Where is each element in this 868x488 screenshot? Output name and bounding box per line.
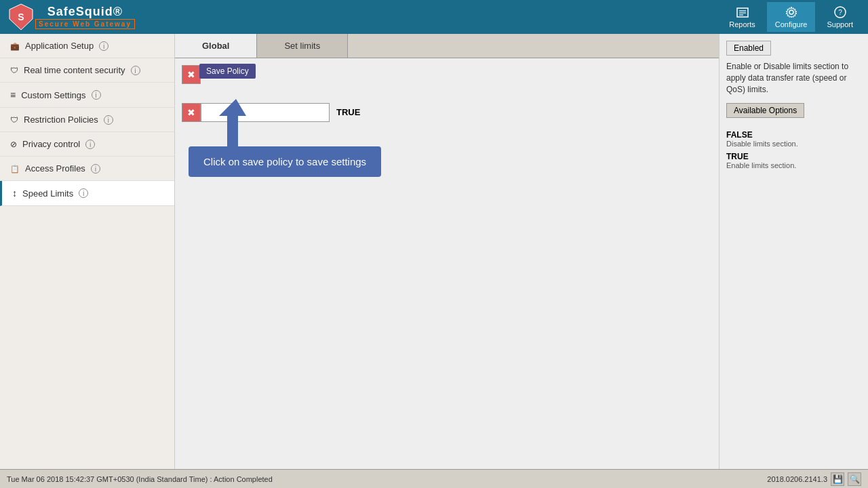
support-label: Support [827,20,853,28]
configure-nav-button[interactable]: Configure [767,2,816,32]
svg-text:S: S [18,12,24,22]
header: S SafeSquid® Secure Web Gateway Reports … [0,0,868,34]
status-text: Tue Mar 06 2018 15:42:37 GMT+0530 (India… [7,475,273,483]
second-toolbar-row: ✖ TRUE [182,103,712,122]
sidebar-item-label: Application Setup [25,41,94,51]
configure-label: Configure [775,20,808,28]
option-false-value: FALSE [726,130,861,140]
tabs: Global Set limits [175,34,719,58]
main-panel: ✔ Save Policy ✖ ✖ TRUE Click on save pol… [175,58,719,469]
cancel-policy-button[interactable]: ✖ [182,103,201,122]
save-status-icon[interactable]: 💾 [831,472,844,486]
sidebar: Application Setup i Real time content se… [0,34,175,469]
search-status-icon[interactable]: 🔍 [848,472,861,486]
support-icon: ? [833,5,847,19]
right-panel: Enabled Enable or Disable limits section… [719,34,868,469]
status-right: 2018.0206.2141.3 💾 🔍 [767,472,861,486]
reports-nav-button[interactable]: Reports [721,2,764,32]
shield-icon [10,115,18,125]
speed-icon [12,188,17,199]
option-false-desc: Disable limits section. [726,140,861,148]
callout-box: Click on save policy to save settings [189,146,381,177]
info-icon: i [131,66,140,75]
enabled-button[interactable]: Enabled [726,41,771,56]
info-icon: i [92,90,101,100]
sidebar-item-application-setup[interactable]: Application Setup i [0,34,174,58]
reports-label: Reports [729,20,755,28]
info-icon: i [99,41,108,51]
sidebar-item-restriction-policies[interactable]: Restriction Policies i [0,108,174,132]
available-options-button[interactable]: Available Options [726,103,804,118]
nav-icons: Reports Configure ? Support [721,2,861,32]
info-icon: i [91,164,100,174]
svg-text:?: ? [838,9,842,16]
content-area: Global Set limits ✔ Save Policy ✖ ✖ TRUE [175,34,719,469]
version-text: 2018.0206.2141.3 [767,475,827,483]
configure-icon [785,5,798,19]
sidebar-item-speed-limits[interactable]: Speed Limits i [0,181,174,206]
logo-area: S SafeSquid® Secure Web Gateway [7,3,135,31]
option-true-desc: Enable limits section. [726,161,861,169]
option-true-value: TRUE [726,152,861,161]
sidebar-item-label: Speed Limits [22,188,73,199]
sidebar-item-label: Privacy control [22,139,80,149]
tab-global[interactable]: Global [175,34,257,58]
sidebar-item-label: Restriction Policies [24,115,98,125]
status-bar: Tue Mar 06 2018 15:42:37 GMT+0530 (India… [0,469,868,488]
svg-marker-9 [219,99,246,150]
info-icon: i [85,140,95,149]
main-layout: Application Setup i Real time content se… [0,34,868,469]
svg-point-6 [789,10,793,14]
settings-icon [10,89,16,100]
access-icon [10,163,20,174]
tab-set-limits[interactable]: Set limits [257,34,348,58]
sidebar-item-label: Access Profiles [25,163,85,174]
toolbar: ✔ Save Policy ✖ [182,65,712,84]
value-display: TRUE [336,103,360,122]
logo-text: SafeSquid® Secure Web Gateway [35,5,135,29]
sidebar-item-privacy-control[interactable]: Privacy control i [0,132,174,157]
shield-icon [10,65,18,75]
save-tooltip: Save Policy [199,64,256,79]
cancel-button[interactable]: ✖ [182,65,201,84]
options-list: FALSE Disable limits section. TRUE Enabl… [726,130,861,169]
briefcase-icon [10,41,20,51]
logo-shield-icon: S [7,3,35,31]
sidebar-item-label: Real time content security [24,65,125,75]
sidebar-item-realtime-content[interactable]: Real time content security i [0,58,174,83]
support-nav-button[interactable]: ? Support [818,2,861,32]
sidebar-item-custom-settings[interactable]: Custom Settings i [0,83,174,108]
privacy-icon [10,139,17,149]
callout-text: Click on save policy to save settings [203,156,366,167]
info-icon: i [79,188,88,198]
sidebar-item-access-profiles[interactable]: Access Profiles i [0,157,174,181]
info-icon: i [104,115,113,125]
rp-description: Enable or Disable limits section to appl… [726,61,861,95]
logo-subtitle: Secure Web Gateway [35,19,135,29]
reports-icon [736,5,749,19]
logo-title: SafeSquid® [47,5,123,19]
sidebar-item-label: Custom Settings [21,90,85,100]
